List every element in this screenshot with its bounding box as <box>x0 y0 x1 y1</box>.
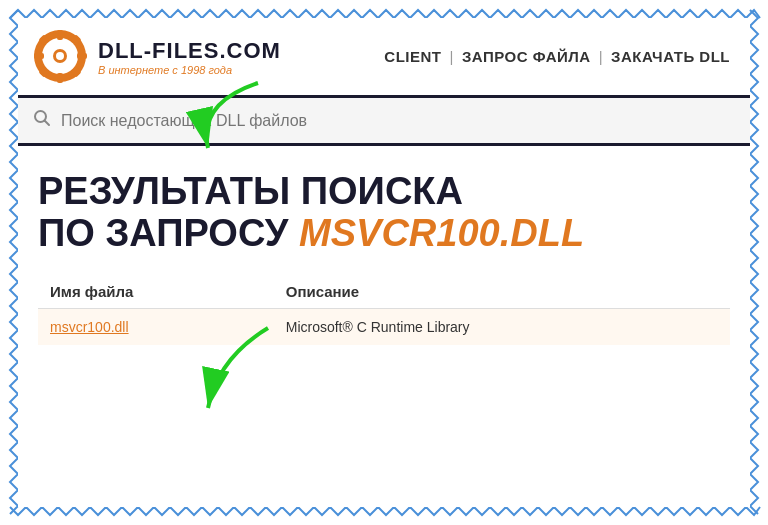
svg-rect-5 <box>77 53 87 59</box>
nav-download[interactable]: ЗАКАЧАТЬ DLL <box>611 48 730 65</box>
logo-title: DLL-FILES.COM <box>98 38 281 64</box>
results-table: Имя файла Описание msvcr100.dll Microsof… <box>38 275 730 345</box>
filename-link[interactable]: msvcr100.dll <box>50 319 129 335</box>
nav-links: CLIENT | ЗАПРОС ФАЙЛА | ЗАКАЧАТЬ DLL <box>281 48 735 65</box>
nav-client[interactable]: CLIENT <box>384 48 441 65</box>
cell-description: Microsoft® C Runtime Library <box>274 308 730 345</box>
svg-point-12 <box>56 52 64 60</box>
header: DLL-FILES.COM В интернете с 1998 года CL… <box>18 18 750 98</box>
nav-sep-1: | <box>450 48 454 65</box>
col-description-header: Описание <box>274 275 730 309</box>
search-input[interactable] <box>61 112 735 130</box>
logo-subtitle: В интернете с 1998 года <box>98 64 281 76</box>
nav-request[interactable]: ЗАПРОС ФАЙЛА <box>462 48 591 65</box>
results-section: РЕЗУЛЬТАТЫ ПОИСКА ПО ЗАПРОСУ MSVCR100.DL… <box>18 146 750 360</box>
svg-line-14 <box>45 121 50 126</box>
search-icon <box>33 109 51 132</box>
col-filename-header: Имя файла <box>38 275 274 309</box>
svg-rect-4 <box>34 53 44 59</box>
results-title-line2: ПО ЗАПРОСУ <box>38 212 288 254</box>
results-title-line1: РЕЗУЛЬТАТЫ ПОИСКА <box>38 170 463 212</box>
search-bar <box>18 98 750 146</box>
results-query: MSVCR100.DLL <box>299 212 584 254</box>
svg-rect-2 <box>57 30 63 40</box>
logo-area: DLL-FILES.COM В интернете с 1998 года <box>33 29 281 84</box>
logo-text-area: DLL-FILES.COM В интернете с 1998 года <box>98 38 281 76</box>
cell-filename[interactable]: msvcr100.dll <box>38 308 274 345</box>
table-row: msvcr100.dll Microsoft® C Runtime Librar… <box>38 308 730 345</box>
logo-icon <box>33 29 88 84</box>
svg-rect-3 <box>57 73 63 83</box>
results-title: РЕЗУЛЬТАТЫ ПОИСКА ПО ЗАПРОСУ MSVCR100.DL… <box>38 171 730 255</box>
table-header-row: Имя файла Описание <box>38 275 730 309</box>
nav-sep-2: | <box>599 48 603 65</box>
